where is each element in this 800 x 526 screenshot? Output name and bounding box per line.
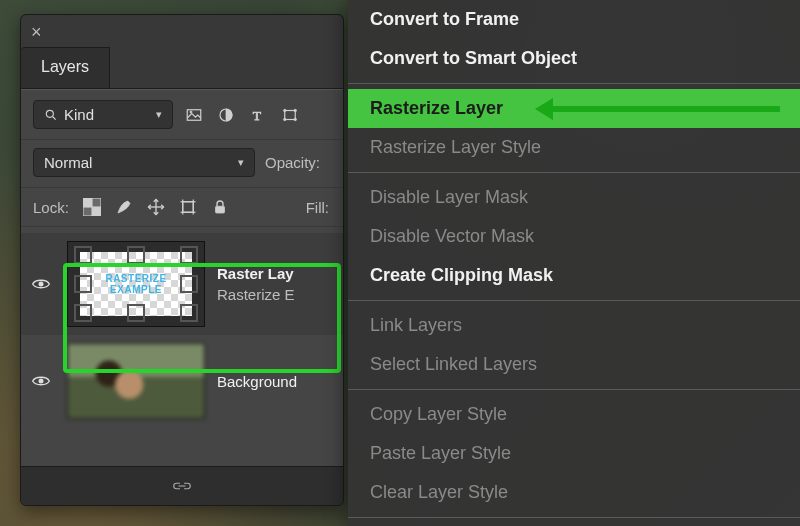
menu-separator [348, 300, 800, 301]
eye-icon [31, 274, 51, 294]
menu-item[interactable]: Create Clipping Mask [348, 256, 800, 295]
filter-row: Kind ▾ T [21, 90, 343, 140]
callout-arrow [540, 106, 780, 112]
chevron-down-icon: ▾ [238, 156, 244, 169]
layer-subtitle: Rasterize E [217, 286, 295, 303]
menu-separator [348, 517, 800, 518]
svg-point-23 [39, 282, 44, 287]
panel-body: Kind ▾ T Normal ▾ Opacity: Lock: Fill [21, 89, 343, 490]
menu-separator [348, 83, 800, 84]
filter-pixel-icon[interactable] [183, 104, 205, 126]
lock-all-icon[interactable] [209, 196, 231, 218]
filter-type-icon[interactable]: T [247, 104, 269, 126]
lock-transparency-icon[interactable] [81, 196, 103, 218]
svg-point-7 [284, 109, 286, 111]
svg-line-1 [53, 116, 56, 119]
menu-item: Rasterize Layer Style [348, 128, 800, 167]
eye-icon [31, 371, 51, 391]
svg-point-24 [39, 379, 44, 384]
fill-label: Fill: [306, 199, 329, 216]
filter-shape-icon[interactable] [279, 104, 301, 126]
layer-item-background[interactable]: Background [21, 335, 343, 427]
close-icon[interactable]: × [31, 23, 42, 41]
menu-item[interactable]: Convert to Frame [348, 0, 800, 39]
menu-item: Disable Layer Mask [348, 178, 800, 217]
tab-layers[interactable]: Layers [21, 47, 110, 88]
search-icon [44, 108, 58, 122]
svg-text:T: T [253, 108, 262, 123]
lock-row: Lock: Fill: [21, 188, 343, 227]
layer-name: Background [217, 373, 297, 390]
svg-rect-22 [215, 206, 224, 213]
chevron-down-icon: ▾ [156, 108, 162, 121]
visibility-toggle[interactable] [27, 274, 55, 294]
layer-list: RASTERIZE EXAMPLE Raster Lay Rasterize E… [21, 227, 343, 433]
visibility-toggle[interactable] [27, 371, 55, 391]
filter-kind-dropdown[interactable]: Kind ▾ [33, 100, 173, 129]
svg-point-9 [284, 118, 286, 120]
svg-rect-17 [183, 202, 194, 213]
menu-item: Clear Layer Style [348, 473, 800, 512]
lock-pixels-icon[interactable] [113, 196, 135, 218]
layers-panel: × Layers Kind ▾ T Normal ▾ Opacity: [20, 14, 344, 506]
opacity-label: Opacity: [265, 154, 320, 171]
lock-artboard-icon[interactable] [177, 196, 199, 218]
menu-item: Select Linked Layers [348, 345, 800, 384]
menu-item: Copy Layer Style [348, 395, 800, 434]
context-menu: Convert to FrameConvert to Smart ObjectR… [348, 0, 800, 526]
blend-mode-dropdown[interactable]: Normal ▾ [33, 148, 255, 177]
layer-name: Raster Lay [217, 265, 295, 282]
layer-thumbnail[interactable] [67, 343, 205, 419]
layer-item-raster[interactable]: RASTERIZE EXAMPLE Raster Lay Rasterize E [21, 233, 343, 335]
svg-rect-6 [285, 110, 296, 119]
svg-rect-11 [83, 198, 92, 207]
svg-rect-13 [92, 198, 101, 207]
blend-mode-value: Normal [44, 154, 92, 171]
panel-footer [21, 466, 343, 505]
svg-point-10 [294, 118, 296, 120]
menu-item: Link Layers [348, 306, 800, 345]
svg-point-3 [190, 110, 192, 112]
blend-row: Normal ▾ Opacity: [21, 140, 343, 188]
link-icon[interactable] [171, 479, 193, 493]
menu-item[interactable]: Convert to Smart Object [348, 39, 800, 78]
svg-point-0 [46, 110, 53, 117]
menu-item[interactable]: Rasterize Layer [348, 89, 800, 128]
filter-kind-label: Kind [64, 106, 94, 123]
menu-item: Paste Layer Style [348, 434, 800, 473]
svg-point-8 [294, 109, 296, 111]
filter-adjust-icon[interactable] [215, 104, 237, 126]
layer-thumbnail[interactable]: RASTERIZE EXAMPLE [67, 241, 205, 327]
svg-rect-12 [92, 207, 101, 216]
menu-separator [348, 389, 800, 390]
panel-tabs: Layers [21, 47, 343, 89]
lock-position-icon[interactable] [145, 196, 167, 218]
menu-item: Disable Vector Mask [348, 217, 800, 256]
svg-rect-14 [83, 207, 92, 216]
thumb-text: RASTERIZE EXAMPLE [80, 252, 192, 316]
menu-separator [348, 172, 800, 173]
lock-label: Lock: [33, 199, 69, 216]
